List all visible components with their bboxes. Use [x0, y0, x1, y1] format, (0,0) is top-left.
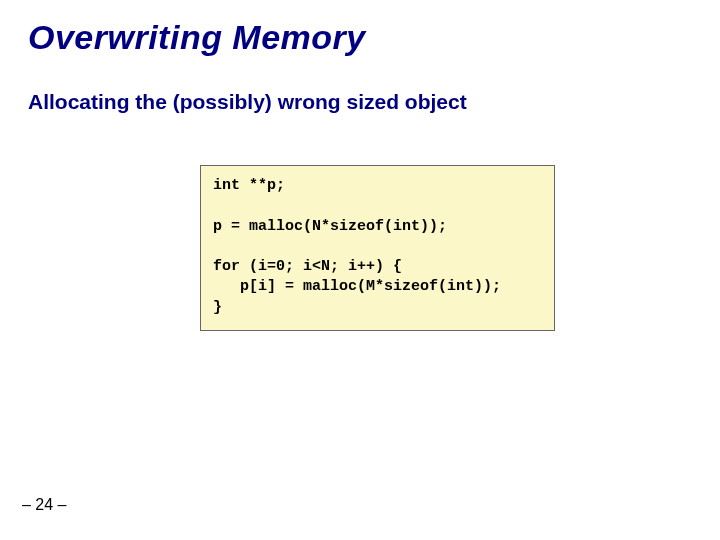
- page-number: – 24 –: [22, 496, 66, 514]
- code-box: int **p; p = malloc(N*sizeof(int)); for …: [200, 165, 555, 331]
- slide-title: Overwriting Memory: [28, 18, 366, 57]
- slide: Overwriting Memory Allocating the (possi…: [0, 0, 720, 540]
- code-content: int **p; p = malloc(N*sizeof(int)); for …: [213, 176, 542, 318]
- slide-subtitle: Allocating the (possibly) wrong sized ob…: [28, 90, 467, 114]
